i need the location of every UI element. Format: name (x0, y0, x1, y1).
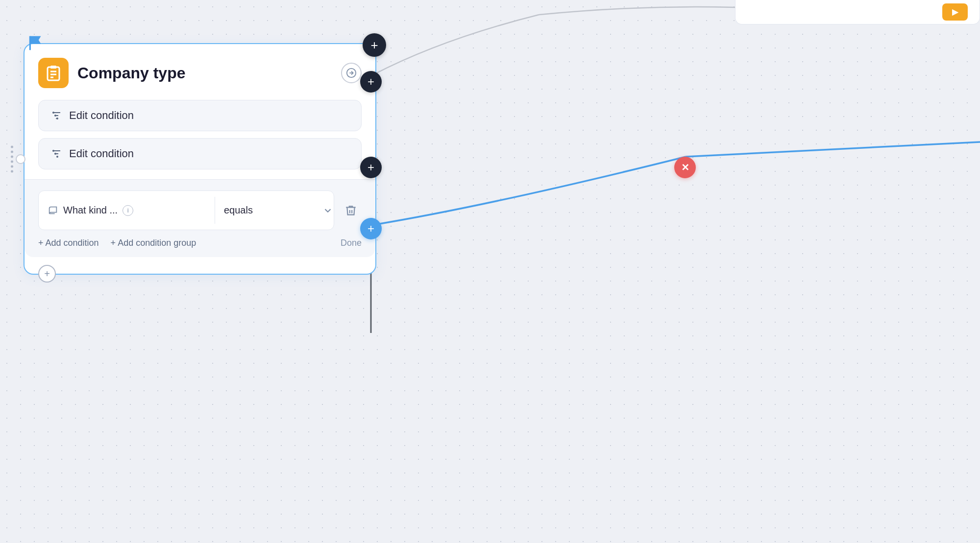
svg-line-1 (686, 142, 980, 157)
card-header: Company type (38, 58, 362, 88)
remove-button[interactable]: ✕ (674, 157, 696, 178)
left-connector (16, 154, 25, 164)
clipboard-icon (45, 64, 62, 82)
done-button[interactable]: Done (341, 238, 362, 248)
info-icon[interactable]: i (122, 205, 133, 216)
book-icon (48, 205, 58, 216)
navigate-button[interactable] (341, 63, 362, 83)
arrow-right-circle-icon (346, 68, 357, 78)
svg-point-14 (54, 115, 56, 117)
condition-button-1[interactable]: Edit condition (38, 100, 362, 131)
svg-point-15 (56, 118, 58, 119)
add-bottom-button[interactable]: + (360, 218, 382, 239)
conditions-list: Edit condition Edit condition (38, 100, 362, 169)
card-icon-box (38, 58, 69, 88)
add-condition-link[interactable]: + Add condition (38, 238, 99, 248)
orange-action-button[interactable]: ▶ (942, 3, 968, 21)
filter-icon-2 (50, 148, 62, 160)
card-add-button[interactable]: + (363, 33, 386, 57)
add-mid-button[interactable]: + (360, 157, 382, 178)
condition-actions: + Add condition + Add condition group Do… (38, 238, 362, 248)
operator-chevron-icon (322, 205, 333, 216)
delete-condition-button[interactable] (340, 200, 362, 221)
svg-point-19 (54, 153, 56, 155)
condition-operator[interactable]: equals (215, 197, 334, 224)
add-top-button[interactable]: + (360, 71, 382, 93)
flag-icon (24, 30, 49, 56)
svg-point-13 (52, 112, 54, 114)
add-condition-group-link[interactable]: + Add condition group (111, 238, 196, 248)
drag-handle[interactable] (9, 143, 15, 174)
node-card: + Company type (24, 43, 376, 275)
svg-point-18 (52, 150, 54, 152)
trash-icon (344, 204, 357, 217)
add-branch-button[interactable]: + (38, 265, 56, 283)
condition-button-2[interactable]: Edit condition (38, 138, 362, 169)
filter-icon-1 (50, 110, 62, 121)
condition-field[interactable]: What kind ... i (39, 197, 215, 224)
top-right-panel: ▶ (735, 0, 980, 24)
card-title: Company type (77, 64, 332, 82)
condition-editor: What kind ... i equals I'm a student (24, 179, 375, 257)
svg-point-20 (56, 156, 58, 158)
